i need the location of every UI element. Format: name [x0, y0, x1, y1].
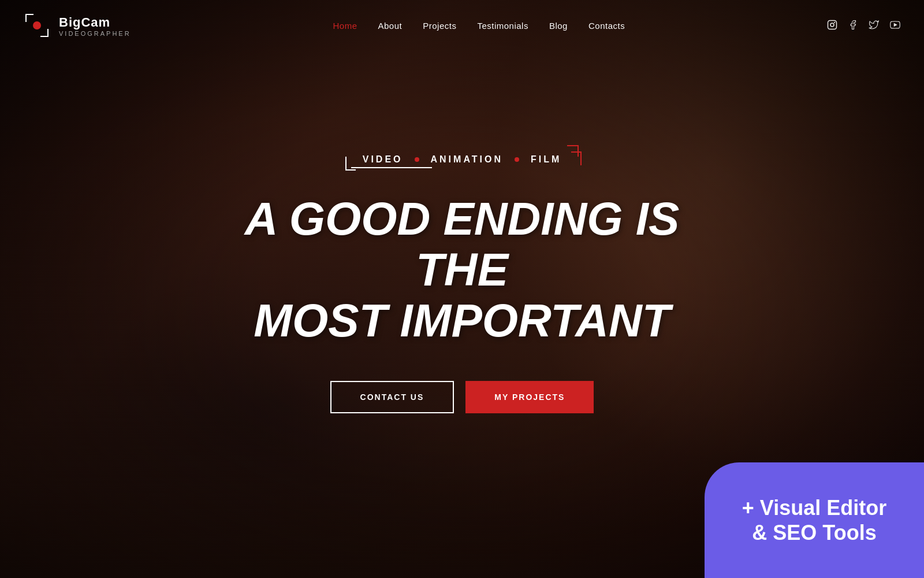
nav-item-about[interactable]: About [378, 21, 403, 31]
hero-section: BigCam VIDEOGRAPHER Home About Projects … [0, 0, 924, 578]
category-film: FILM [519, 154, 561, 165]
nav-item-contacts[interactable]: Contacts [588, 21, 625, 31]
nav-item-testimonials[interactable]: Testimonials [477, 21, 528, 31]
category-video: VIDEO [363, 154, 415, 165]
logo-link[interactable]: BigCam VIDEOGRAPHER [23, 12, 131, 40]
nav-links: Home About Projects Testimonials Blog Co… [333, 21, 625, 31]
brand-name: BigCam [59, 15, 131, 30]
hero-buttons: CONTACT US MY PROJECTS [202, 381, 722, 413]
navbar: BigCam VIDEOGRAPHER Home About Projects … [0, 0, 924, 52]
svg-rect-1 [25, 14, 27, 22]
hero-heading-line1: A GOOD ENDING IS THE [245, 193, 680, 295]
nav-link-about[interactable]: About [378, 21, 403, 31]
promo-line1: + Visual Editor [742, 496, 886, 520]
nav-item-blog[interactable]: Blog [549, 21, 568, 31]
category-dot-2 [515, 157, 519, 162]
svg-point-7 [830, 23, 834, 27]
nav-link-home[interactable]: Home [333, 21, 357, 31]
svg-point-8 [834, 22, 835, 23]
nav-link-projects[interactable]: Projects [423, 21, 456, 31]
hero-heading: A GOOD ENDING IS THE MOST IMPORTANT [202, 194, 722, 346]
category-animation: ANIMATION [419, 154, 515, 165]
nav-link-contacts[interactable]: Contacts [588, 21, 625, 31]
hero-content: VIDEO ANIMATION FILM A GOOD ENDING IS TH… [202, 154, 722, 413]
promo-text: + Visual Editor & SEO Tools [731, 484, 898, 557]
nav-link-blog[interactable]: Blog [549, 21, 568, 31]
youtube-icon[interactable] [889, 20, 901, 32]
logo-icon [23, 12, 52, 40]
svg-rect-6 [828, 21, 837, 29]
svg-rect-0 [25, 14, 33, 15]
nav-item-home[interactable]: Home [333, 21, 357, 31]
contact-us-button[interactable]: CONTACT US [330, 381, 454, 413]
my-projects-button[interactable]: MY PROJECTS [465, 381, 594, 413]
svg-rect-2 [40, 36, 49, 37]
svg-rect-3 [47, 29, 49, 37]
nav-social [827, 20, 901, 32]
twitter-icon[interactable] [869, 20, 879, 32]
facebook-icon[interactable] [848, 20, 858, 32]
instagram-icon[interactable] [827, 20, 837, 32]
hero-heading-line2: MOST IMPORTANT [254, 295, 670, 346]
promo-badge: + Visual Editor & SEO Tools [705, 462, 924, 578]
svg-marker-9 [894, 24, 896, 27]
brand-tagline: VIDEOGRAPHER [59, 30, 131, 37]
nav-item-projects[interactable]: Projects [423, 21, 456, 31]
nav-link-testimonials[interactable]: Testimonials [477, 21, 528, 31]
promo-line2: & SEO Tools [752, 521, 876, 544]
logo-text: BigCam VIDEOGRAPHER [59, 15, 131, 37]
category-dot-1 [415, 157, 419, 162]
